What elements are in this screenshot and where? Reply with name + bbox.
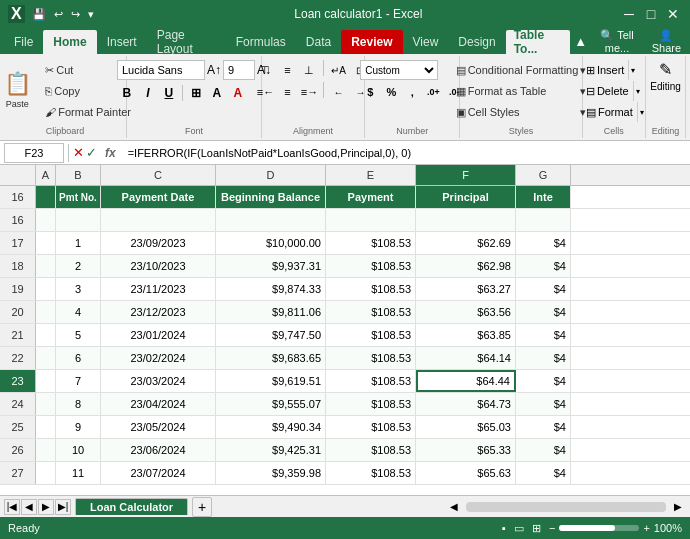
cell-d25[interactable]: $9,490.34 (216, 416, 326, 438)
zoom-out-button[interactable]: − (549, 522, 555, 534)
cell-g21[interactable]: $4 (516, 324, 571, 346)
col-header-f[interactable]: F (416, 165, 516, 185)
cell-d16[interactable] (216, 209, 326, 231)
comma-button[interactable]: , (402, 82, 422, 102)
sheet-nav-prev[interactable]: ◀ (21, 499, 37, 515)
cell-b16[interactable]: Pmt No. (56, 186, 101, 208)
cell-d21[interactable]: $9,747.50 (216, 324, 326, 346)
share-button[interactable]: 👤 Share (647, 29, 686, 54)
cell-a20[interactable] (36, 301, 56, 323)
cell-e23[interactable]: $108.53 (326, 370, 416, 392)
cell-d24[interactable]: $9,555.07 (216, 393, 326, 415)
cell-g24[interactable]: $4 (516, 393, 571, 415)
tab-design[interactable]: Design (448, 30, 505, 54)
cell-b20[interactable]: 4 (56, 301, 101, 323)
cell-e16[interactable]: Payment (326, 186, 416, 208)
cell-d16[interactable]: Beginning Balance (216, 186, 326, 208)
bold-button[interactable]: B (117, 83, 137, 103)
tab-file[interactable]: File (4, 30, 43, 54)
cell-g25[interactable]: $4 (516, 416, 571, 438)
font-size-input[interactable] (223, 60, 255, 80)
cell-f19[interactable]: $63.27 (416, 278, 516, 300)
cell-e25[interactable]: $108.53 (326, 416, 416, 438)
cell-f25[interactable]: $65.03 (416, 416, 516, 438)
cell-a18[interactable] (36, 255, 56, 277)
font-name-input[interactable] (117, 60, 205, 80)
save-button[interactable]: 💾 (29, 6, 49, 23)
tab-page-layout[interactable]: Page Layout (147, 30, 226, 54)
tab-insert[interactable]: Insert (97, 30, 147, 54)
decimal-inc-button[interactable]: .0+ (423, 82, 443, 102)
cell-f16[interactable]: Principal (416, 186, 516, 208)
cell-c26[interactable]: 23/06/2024 (101, 439, 216, 461)
col-header-b[interactable]: B (56, 165, 101, 185)
cell-f26[interactable]: $65.33 (416, 439, 516, 461)
cell-g22[interactable]: $4 (516, 347, 571, 369)
sheet-tab-loan-calculator[interactable]: Loan Calculator (75, 498, 188, 515)
wrap-text-button[interactable]: ↵A (328, 60, 348, 80)
delete-button[interactable]: ⊟ Delete ▾ (582, 81, 646, 101)
cell-c21[interactable]: 23/01/2024 (101, 324, 216, 346)
page-layout-view-icon[interactable]: ▭ (514, 522, 524, 535)
align-center-button[interactable]: ≡ (277, 82, 297, 102)
paste-button[interactable]: 📋 Paste (0, 60, 39, 120)
cell-a24[interactable] (36, 393, 56, 415)
cell-d18[interactable]: $9,937.31 (216, 255, 326, 277)
cell-d27[interactable]: $9,359.98 (216, 462, 326, 484)
cell-f23[interactable]: $64.44 (416, 370, 516, 392)
cell-g26[interactable]: $4 (516, 439, 571, 461)
cell-b19[interactable]: 3 (56, 278, 101, 300)
cell-c25[interactable]: 23/05/2024 (101, 416, 216, 438)
delete-arrow[interactable]: ▾ (633, 81, 642, 101)
confirm-formula-icon[interactable]: ✓ (86, 145, 97, 160)
cell-g20[interactable]: $4 (516, 301, 571, 323)
number-format-select[interactable]: Custom (360, 60, 438, 80)
redo-button[interactable]: ↪ (68, 6, 83, 23)
cell-b24[interactable]: 8 (56, 393, 101, 415)
cell-c20[interactable]: 23/12/2023 (101, 301, 216, 323)
cell-g23[interactable]: $4 (516, 370, 571, 392)
col-header-g[interactable]: G (516, 165, 571, 185)
cell-c24[interactable]: 23/04/2024 (101, 393, 216, 415)
sheet-nav-next[interactable]: ▶ (38, 499, 54, 515)
cell-g27[interactable]: $4 (516, 462, 571, 484)
cell-e19[interactable]: $108.53 (326, 278, 416, 300)
cell-b26[interactable]: 10 (56, 439, 101, 461)
tab-view[interactable]: View (403, 30, 449, 54)
cell-f27[interactable]: $65.63 (416, 462, 516, 484)
border-button[interactable]: ⊞ (186, 83, 206, 103)
cell-e24[interactable]: $108.53 (326, 393, 416, 415)
tab-data[interactable]: Data (296, 30, 341, 54)
cell-f24[interactable]: $64.73 (416, 393, 516, 415)
page-break-view-icon[interactable]: ⊞ (532, 522, 541, 535)
cell-a21[interactable] (36, 324, 56, 346)
sheet-nav-first[interactable]: |◀ (4, 499, 20, 515)
cell-f17[interactable]: $62.69 (416, 232, 516, 254)
cell-a17[interactable] (36, 232, 56, 254)
cell-e21[interactable]: $108.53 (326, 324, 416, 346)
cell-a23[interactable] (36, 370, 56, 392)
align-right-button[interactable]: ≡→ (299, 82, 319, 102)
conditional-formatting-button[interactable]: ▤ Conditional Formatting ▾ (452, 60, 591, 80)
cell-styles-button[interactable]: ▣ Cell Styles ▾ (452, 102, 591, 122)
cell-b16[interactable] (56, 209, 101, 231)
underline-button[interactable]: U (159, 83, 179, 103)
cell-f21[interactable]: $63.85 (416, 324, 516, 346)
cell-d17[interactable]: $10,000.00 (216, 232, 326, 254)
col-header-e[interactable]: E (326, 165, 416, 185)
zoom-in-button[interactable]: + (643, 522, 649, 534)
cell-e18[interactable]: $108.53 (326, 255, 416, 277)
align-bottom-button[interactable]: ⊥ (299, 60, 319, 80)
cell-a27[interactable] (36, 462, 56, 484)
cell-c22[interactable]: 23/02/2024 (101, 347, 216, 369)
cell-reference-input[interactable] (4, 143, 64, 163)
sheet-nav-last[interactable]: ▶| (55, 499, 71, 515)
format-painter-button[interactable]: 🖌Format Painter (41, 102, 135, 122)
cell-e22[interactable]: $108.53 (326, 347, 416, 369)
cell-e17[interactable]: $108.53 (326, 232, 416, 254)
cell-b25[interactable]: 9 (56, 416, 101, 438)
col-header-c[interactable]: C (101, 165, 216, 185)
cell-c16[interactable] (101, 209, 216, 231)
insert-button[interactable]: ⊞ Insert ▾ (582, 60, 646, 80)
fill-color-button[interactable]: A (207, 83, 227, 103)
